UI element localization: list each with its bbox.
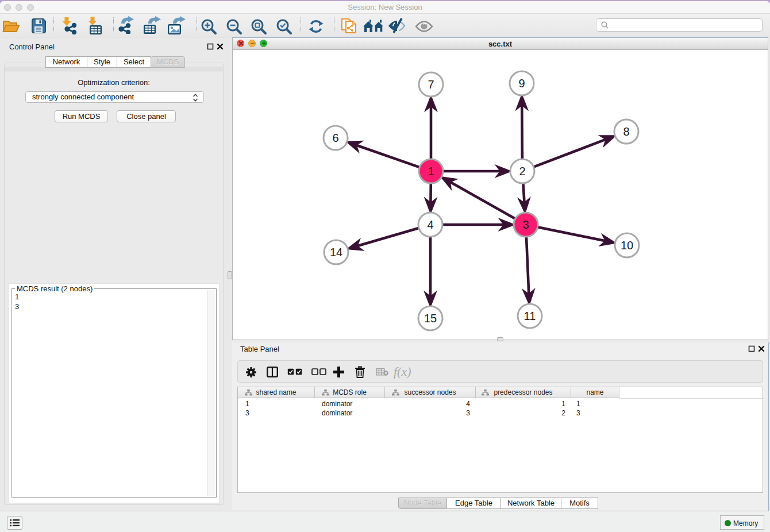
svg-text:9: 9: [518, 77, 525, 90]
svg-text:8: 8: [623, 125, 629, 138]
svg-text:3: 3: [522, 218, 529, 231]
svg-text:4: 4: [427, 218, 433, 231]
svg-text:2: 2: [519, 165, 525, 178]
svg-text:14: 14: [330, 246, 342, 259]
svg-text:6: 6: [332, 132, 338, 144]
svg-text:11: 11: [524, 310, 536, 322]
svg-text:7: 7: [428, 78, 434, 91]
svg-text:10: 10: [621, 239, 633, 252]
svg-text:1: 1: [428, 165, 434, 178]
svg-text:15: 15: [424, 312, 437, 325]
